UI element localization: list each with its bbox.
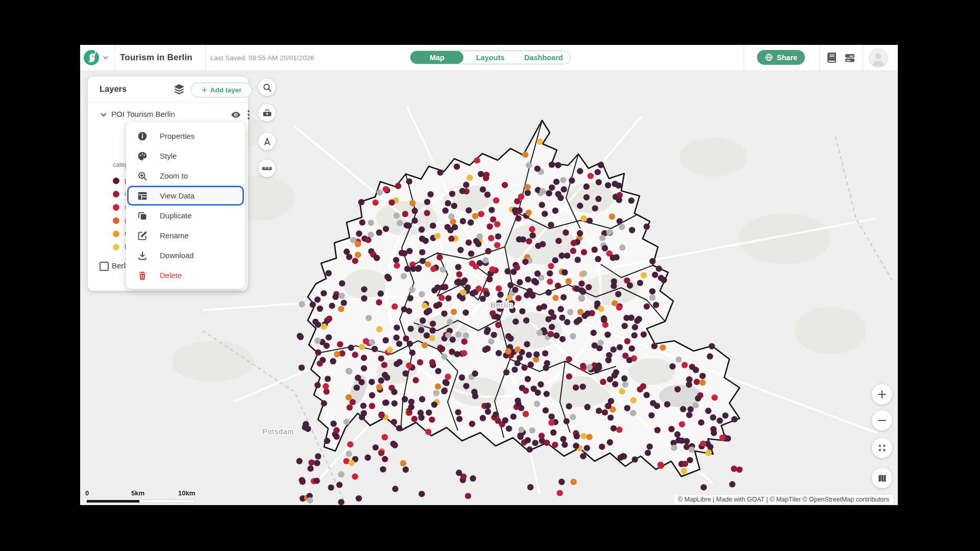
scalebar-dark-segment bbox=[87, 500, 140, 503]
menu-item-rename[interactable]: Rename bbox=[126, 226, 245, 245]
layer-name: POI Tourism Berlin bbox=[111, 110, 175, 118]
documentation-button[interactable] bbox=[826, 52, 838, 64]
menu-item-label: Rename bbox=[160, 231, 189, 240]
scale-10km: 10km bbox=[178, 489, 195, 497]
menu-item-label: Properties bbox=[160, 132, 194, 140]
scale-5km: 5km bbox=[131, 489, 144, 497]
tab-dashboard[interactable]: Dashboard bbox=[517, 51, 570, 64]
map-label-potsdam: Potsdam bbox=[262, 428, 294, 436]
menu-item-download[interactable]: Download bbox=[126, 245, 245, 265]
map-terrain-patch bbox=[795, 307, 866, 354]
zoom-in-button[interactable] bbox=[872, 384, 892, 405]
menu-item-label: View Data bbox=[160, 191, 194, 200]
menu-item-duplicate[interactable]: Duplicate bbox=[126, 206, 245, 226]
map-icon bbox=[877, 473, 887, 483]
divider bbox=[205, 45, 206, 70]
divider bbox=[819, 45, 820, 70]
delete-icon bbox=[137, 270, 148, 281]
last-saved-text: Last Saved: 08:55 AM 20/01/2026 bbox=[210, 45, 314, 70]
plus-icon bbox=[877, 389, 887, 399]
menu-item-properties[interactable]: Properties bbox=[126, 126, 245, 146]
map-toolbox-button[interactable] bbox=[258, 104, 276, 121]
add-layer-label: Add layer bbox=[210, 86, 242, 94]
panels-toggle-button[interactable] bbox=[844, 52, 856, 64]
minus-icon bbox=[877, 415, 887, 425]
map-measure-button[interactable] bbox=[258, 160, 276, 177]
layer-checkbox[interactable] bbox=[100, 262, 109, 271]
layers-stack-icon[interactable] bbox=[173, 83, 185, 95]
map-terrain-patch bbox=[172, 341, 254, 382]
menu-item-delete[interactable]: Delete bbox=[126, 265, 245, 285]
menu-item-view-data[interactable]: View Data bbox=[127, 186, 244, 206]
goat-logo-icon bbox=[83, 49, 100, 66]
menu-item-label: Download bbox=[160, 251, 194, 260]
rename-icon bbox=[137, 231, 148, 241]
app-header: Tourism in Berlin Last Saved: 08:55 AM 2… bbox=[80, 45, 898, 71]
book-icon bbox=[826, 52, 838, 64]
legend-color-dot bbox=[113, 244, 119, 251]
ruler-icon bbox=[262, 163, 272, 173]
compass-icon bbox=[262, 137, 272, 146]
layer-context-menu: PropertiesStyleZoom toView DataDuplicate… bbox=[126, 122, 245, 289]
map-attribution: © MapLibre | Made with GOAT | © MapTiler… bbox=[674, 495, 893, 504]
eye-icon[interactable] bbox=[231, 110, 241, 120]
table-icon bbox=[137, 191, 148, 201]
menu-item-style[interactable]: Style bbox=[126, 146, 245, 166]
legend-color-dot bbox=[113, 191, 119, 197]
share-button[interactable]: Share bbox=[757, 50, 805, 65]
menu-item-label: Delete bbox=[160, 271, 182, 280]
map-terrain-patch bbox=[739, 213, 830, 264]
tab-map[interactable]: Map bbox=[410, 51, 463, 64]
add-layer-button[interactable]: Add layer bbox=[190, 83, 252, 97]
map-label-berlin: Berlin bbox=[491, 300, 513, 309]
legend-color-dot bbox=[113, 231, 119, 237]
panels-icon bbox=[844, 52, 856, 64]
zoom-out-button[interactable] bbox=[872, 410, 892, 431]
map-terrain-patch bbox=[679, 138, 747, 177]
plus-icon bbox=[201, 87, 208, 93]
tab-layouts[interactable]: Layouts bbox=[463, 51, 517, 64]
map-terrain-patch bbox=[583, 274, 639, 305]
legend-color-dot bbox=[113, 217, 119, 224]
map-search-button[interactable] bbox=[258, 79, 276, 96]
person-icon bbox=[869, 49, 888, 67]
search-icon bbox=[262, 83, 272, 92]
layers-panel-title: Layers bbox=[100, 84, 127, 94]
scale-0: 0 bbox=[85, 489, 89, 497]
map-scalebar: 0 5km 10km bbox=[84, 489, 202, 498]
palette-icon bbox=[137, 151, 148, 161]
info-icon bbox=[137, 131, 148, 141]
map-tools-button[interactable] bbox=[258, 133, 276, 150]
chevron-down-icon bbox=[102, 54, 110, 62]
divider bbox=[114, 45, 115, 70]
share-label: Share bbox=[777, 54, 797, 62]
toolbox-icon bbox=[262, 108, 272, 118]
map-terrain-patch bbox=[628, 358, 675, 385]
divider bbox=[88, 102, 248, 103]
app-window: BerlinPotsdam bbox=[80, 45, 898, 505]
scalebar-light-segment bbox=[140, 500, 194, 503]
layer-row-poi-tourism[interactable]: POI Tourism Berlin bbox=[88, 106, 248, 123]
divider bbox=[744, 45, 744, 70]
fullscreen-button[interactable] bbox=[872, 438, 892, 458]
divider bbox=[863, 45, 863, 70]
legend-color-dot bbox=[113, 178, 119, 184]
menu-item-label: Duplicate bbox=[160, 211, 192, 220]
zoom-to-icon bbox=[137, 171, 148, 181]
globe-icon bbox=[765, 53, 773, 62]
user-avatar[interactable] bbox=[869, 48, 888, 68]
menu-item-label: Style bbox=[160, 152, 177, 160]
menu-item-zoom-to[interactable]: Zoom to bbox=[126, 166, 245, 186]
layers-panel-header: Layers Add layer bbox=[88, 77, 248, 102]
workspace-menu-button[interactable] bbox=[83, 48, 112, 67]
chevron-down-icon[interactable] bbox=[99, 110, 108, 119]
download-icon bbox=[137, 251, 148, 261]
kebab-menu-icon[interactable] bbox=[245, 109, 252, 120]
expand-arrows-icon bbox=[877, 443, 887, 453]
basemap-button[interactable] bbox=[872, 468, 892, 488]
project-title: Tourism in Berlin bbox=[120, 45, 192, 70]
duplicate-icon bbox=[137, 211, 148, 221]
menu-item-label: Zoom to bbox=[160, 171, 188, 180]
view-tabs: MapLayoutsDashboard bbox=[410, 51, 571, 64]
legend-color-dot bbox=[113, 204, 119, 211]
